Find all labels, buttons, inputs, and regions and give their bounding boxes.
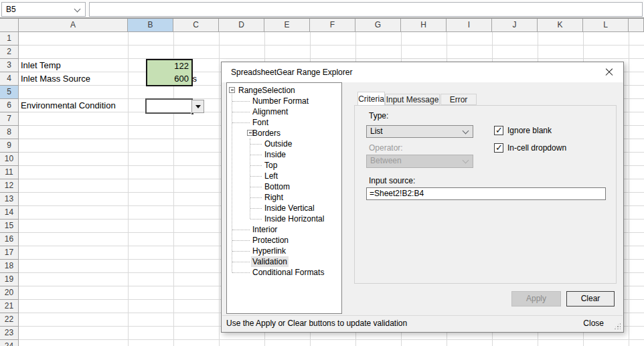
row-header[interactable]: 14 [0,206,19,220]
row-header[interactable]: 13 [0,193,19,206]
cell-a5[interactable]: Environmental Condition [21,99,116,112]
dialog-status-bar: Use the Apply or Clear buttons to update… [222,315,623,331]
cell-a2[interactable]: Inlet Temp [21,59,61,72]
apply-button[interactable]: Apply [511,291,561,307]
column-header-g[interactable]: G [355,19,401,32]
row-header[interactable]: 24 [0,340,19,346]
row-header[interactable]: 6 [0,99,19,112]
column-header-l[interactable]: L [583,19,629,32]
row-header[interactable]: 22 [0,313,19,327]
column-header-h[interactable]: H [401,19,447,32]
close-button[interactable]: Close [583,316,604,331]
cell-a3[interactable]: Inlet Mass Source [21,72,90,86]
range-tree: RangeSelection Number Format Alignment F… [227,83,341,278]
column-header-e[interactable]: E [264,19,310,32]
column-headers: A B C D E F G H I J K L [0,19,644,32]
tree-item-right[interactable]: Right [227,192,341,203]
tree-item-validation[interactable]: Validation [227,256,341,267]
cell-b3[interactable]: 600 [147,73,191,86]
tree-item-number-format[interactable]: Number Format [227,96,341,106]
range-tree-panel: RangeSelection Number Format Alignment F… [226,82,342,314]
tree-item-outside[interactable]: Outside [227,139,341,149]
row-header[interactable]: 21 [0,300,19,313]
tree-item-alignment[interactable]: Alignment [227,106,341,117]
column-header-c[interactable]: C [173,19,219,32]
row-headers: 1 2 3 4 5 6 7 8 9 10 11 12 13 14 15 16 1… [0,32,19,346]
clear-button[interactable]: Clear [566,291,615,307]
row-header[interactable]: 10 [0,153,19,166]
formula-bar-input[interactable] [89,2,643,17]
row-header[interactable]: 16 [0,233,19,246]
column-header-f[interactable]: F [310,19,355,32]
tree-item-rangeselection[interactable]: RangeSelection [227,85,341,96]
tree-item-borders[interactable]: Borders [227,128,341,139]
column-header-b[interactable]: B [128,19,173,32]
row-header[interactable]: 7 [0,112,19,126]
row-header[interactable]: 8 [0,126,19,139]
criteria-tab-page: Type: List Ignore blank In-cell dropdown… [354,105,617,284]
spreadsheet-app: B5 A B C D E F G H I J K L 1 2 3 4 5 [0,0,644,346]
column-header-partial[interactable] [629,19,644,32]
chevron-down-icon [463,157,469,164]
chevron-down-icon [463,128,469,135]
select-all-corner[interactable] [0,19,19,32]
dialog-titlebar[interactable]: SpreadsheetGear Range Explorer [222,62,623,82]
tree-item-conditional-formats[interactable]: Conditional Formats [227,267,341,278]
tab-input-message[interactable]: Input Message [385,94,440,105]
tree-item-left[interactable]: Left [227,171,341,181]
type-label: Type: [369,111,388,120]
row-header[interactable]: 18 [0,260,19,273]
column-header-k[interactable]: K [538,19,583,32]
collapse-icon[interactable] [229,87,235,93]
status-text: Use the Apply or Clear buttons to update… [226,316,407,331]
operator-dropdown: Between [366,155,473,168]
row-header[interactable]: 19 [0,273,19,286]
dropdown-arrow-icon [195,105,201,108]
ignore-blank-label[interactable]: Ignore blank [507,126,552,135]
tab-criteria[interactable]: Criteria [357,92,385,105]
tree-item-protection[interactable]: Protection [227,235,341,246]
formula-toolbar: B5 [0,0,644,19]
chevron-down-icon[interactable] [74,6,81,13]
tree-item-bottom[interactable]: Bottom [227,181,341,192]
name-box[interactable]: B5 [1,2,86,17]
input-source-field[interactable]: =Sheet2!B2:B4 [366,187,606,200]
dialog-title: SpreadsheetGear Range Explorer [231,62,352,82]
row-header[interactable]: 1 [0,32,19,46]
type-dropdown[interactable]: List [366,125,473,138]
input-cells-b2-b3[interactable]: 122 600 [146,59,193,86]
row-header[interactable]: 2 [0,46,19,59]
row-header[interactable]: 4 [0,72,19,86]
row-header[interactable]: 20 [0,286,19,300]
row-header[interactable]: 17 [0,246,19,260]
tree-item-hyperlink[interactable]: Hyperlink [227,246,341,256]
tree-item-interior[interactable]: Interior [227,224,341,235]
in-cell-dropdown-button[interactable] [191,100,204,113]
column-header-a[interactable]: A [19,19,128,32]
active-cell-b5[interactable] [145,98,193,114]
column-header-j[interactable]: J [492,19,538,32]
tree-item-inside[interactable]: Inside [227,149,341,160]
row-header[interactable]: 11 [0,166,19,179]
dialog-close-button[interactable] [600,64,618,80]
tree-item-top[interactable]: Top [227,160,341,171]
resize-grip[interactable] [613,322,621,329]
column-header-d[interactable]: D [219,19,264,32]
in-cell-dropdown-checkbox[interactable] [494,143,503,153]
row-header[interactable]: 9 [0,139,19,153]
tree-item-inside-vertical[interactable]: Inside Vertical [227,203,341,213]
row-header[interactable]: 23 [0,327,19,340]
tab-error-alert[interactable]: Error Alert [440,94,477,105]
row-header-selected[interactable]: 5 [0,86,19,99]
operator-label: Operator: [369,143,403,153]
row-header[interactable]: 3 [0,59,19,72]
row-header[interactable]: 15 [0,220,19,233]
ignore-blank-checkbox[interactable] [494,126,503,135]
in-cell-dropdown-label[interactable]: In-cell dropdown [507,143,566,153]
tree-item-inside-horizontal[interactable]: Inside Horizontal [227,213,341,224]
cell-b2[interactable]: 122 [147,60,191,73]
column-header-i[interactable]: I [447,19,492,32]
input-source-label: Input source: [369,176,415,185]
row-header[interactable]: 12 [0,179,19,193]
tree-item-font[interactable]: Font [227,117,341,128]
